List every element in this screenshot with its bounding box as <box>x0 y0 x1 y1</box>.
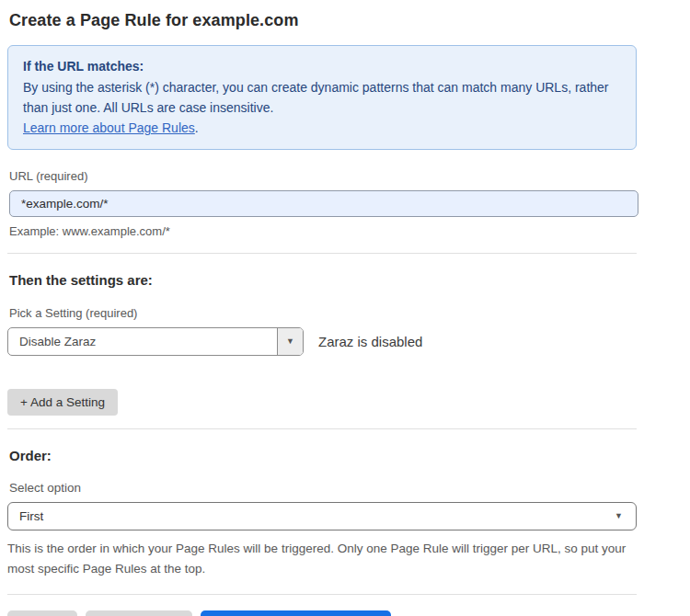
url-input[interactable] <box>9 190 638 217</box>
link-suffix: . <box>195 120 199 135</box>
order-select-label: Select option <box>9 481 637 495</box>
setting-select-value: Disable Zaraz <box>8 328 277 355</box>
divider <box>7 253 637 254</box>
page-rule-form: Create a Page Rule for example.com If th… <box>0 0 690 616</box>
setting-select[interactable]: Disable Zaraz ▼ <box>7 327 304 356</box>
page-title: Create a Page Rule for example.com <box>9 11 637 30</box>
cancel-button[interactable]: Cancel <box>7 610 77 616</box>
chevron-down-icon: ▼ <box>615 512 623 520</box>
order-helper-text: This is the order in which your Page Rul… <box>7 539 633 579</box>
learn-more-link[interactable]: Learn more about Page Rules <box>23 120 195 135</box>
url-label: URL (required) <box>9 169 88 183</box>
dropdown-arrow-icon: ▼ <box>286 337 294 346</box>
url-match-info-box: If the URL matches: By using the asteris… <box>7 45 637 150</box>
info-box-body: By using the asterisk (*) character, you… <box>23 77 612 118</box>
save-as-draft-button[interactable]: Save as Draft <box>86 610 192 616</box>
url-helper-text: Example: www.example.com/* <box>9 224 637 238</box>
setting-row: Disable Zaraz ▼ Zaraz is disabled <box>7 327 637 356</box>
setting-status-text: Zaraz is disabled <box>318 334 422 349</box>
footer-actions: Cancel Save as Draft Save and Deploy Pag… <box>7 610 637 616</box>
info-box-link-line: Learn more about Page Rules. <box>23 118 621 138</box>
order-section-heading: Order: <box>9 448 637 463</box>
divider <box>7 428 637 429</box>
setting-picker-label: Pick a Setting (required) <box>9 306 637 320</box>
order-select-value: First <box>19 509 43 523</box>
info-box-heading: If the URL matches: <box>23 56 621 76</box>
add-setting-button[interactable]: + Add a Setting <box>7 389 118 416</box>
divider <box>7 594 637 595</box>
order-select[interactable]: First ▼ <box>7 502 637 530</box>
url-field-group: URL (required) Example: www.example.com/… <box>9 167 637 238</box>
save-and-deploy-button[interactable]: Save and Deploy Page Rule <box>201 610 392 616</box>
settings-section-heading: Then the settings are: <box>9 272 637 288</box>
setting-select-arrow-button[interactable]: ▼ <box>277 328 303 355</box>
